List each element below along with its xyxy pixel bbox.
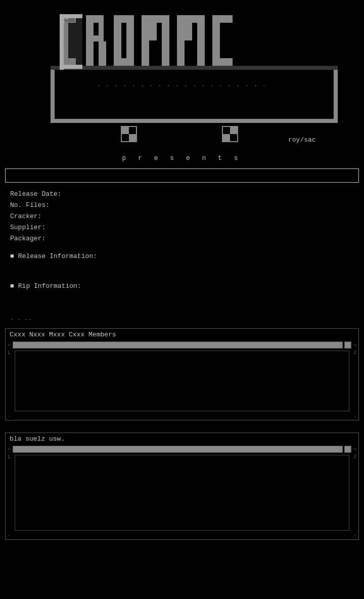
svg-rect-2 — [51, 119, 338, 123]
no-files-field: No. Files: — [10, 200, 354, 211]
svg-rect-32 — [121, 126, 129, 134]
greets-scrollbar[interactable] — [13, 446, 343, 453]
members-scrollbar-row: ⌐ ¬ — [6, 340, 358, 350]
members-panel-bottom: - - — [6, 412, 358, 420]
logo-svg: . . . . . . . . . . . . . . . . . . . . … — [20, 5, 344, 152]
greets-panel: bla suelz usw. ⌐ ¬ L J - - — [5, 433, 359, 540]
gap4 — [0, 302, 364, 308]
svg-rect-43 — [60, 14, 64, 70]
release-info-label: Release Information: — [18, 252, 97, 260]
corner-br-1: J — [353, 350, 356, 356]
rip-info-label: Rip Information: — [18, 282, 81, 290]
corner-tl-1: ⌐ — [8, 342, 11, 348]
members-scrollbar-corner — [344, 341, 351, 349]
members-panel: Cxxx Nxxx Mxxx Cxxx Members ⌐ ¬ L J - - — [5, 328, 359, 420]
svg-rect-11 — [86, 35, 104, 41]
supplier-field: Supplier: — [10, 222, 354, 233]
cracker-field: Cracker: — [10, 211, 354, 222]
corner-br-2: J — [353, 454, 356, 460]
svg-text:roy/sac: roy/sac — [288, 136, 316, 144]
greets-panel-header: bla suelz usw. — [6, 433, 358, 445]
corner-bl-2: L — [8, 454, 11, 460]
svg-rect-12 — [99, 41, 106, 66]
greets-panel-inner — [15, 455, 350, 531]
svg-rect-0 — [51, 66, 55, 121]
corner-tl-2: ⌐ — [8, 446, 11, 452]
svg-rect-24 — [185, 23, 192, 40]
svg-rect-16 — [114, 58, 134, 66]
corner-bl-1: L — [8, 350, 11, 356]
greets-bottom-right: - — [353, 533, 356, 538]
svg-text:. . . . . . . . . . . . . . . : . . . . . . . . . . . . . . . . . . . . — [97, 81, 266, 88]
bottom-right-corner: - — [353, 413, 356, 419]
logo-area: . . . . . . . . . . . . . . . . . . . . … — [0, 0, 364, 168]
svg-rect-1 — [334, 66, 338, 121]
rip-info-section: ■ Rip Information: — [0, 278, 364, 296]
gap5 — [0, 308, 364, 314]
svg-rect-19 — [162, 15, 169, 66]
greets-scrollbar-corner — [344, 446, 351, 453]
page: . . . . . . . . . . . . . . . . . . . . … — [0, 0, 364, 553]
gap1 — [0, 266, 364, 272]
svg-rect-3 — [51, 66, 338, 70]
gap2 — [0, 272, 364, 278]
corner-tr-1: ¬ — [353, 342, 356, 348]
release-info-section: ■ Release Information: — [0, 248, 364, 266]
svg-rect-27 — [212, 58, 233, 66]
bullet-icon-release: ■ — [10, 252, 14, 260]
info-section: Release Date: No. Files: Cracker: Suppli… — [0, 183, 364, 248]
packager-field: Packager: — [10, 233, 354, 244]
title-bar — [5, 168, 359, 183]
bullet-icon-rip: ■ — [10, 282, 14, 290]
gap6 — [0, 423, 364, 430]
svg-rect-35 — [230, 126, 238, 134]
release-info-item: ■ Release Information: — [10, 252, 354, 260]
bottom-left-corner: - — [8, 413, 11, 419]
members-scrollbar[interactable] — [13, 341, 343, 349]
greets-scrollbar-row: ⌐ ¬ — [6, 445, 358, 454]
svg-rect-33 — [129, 134, 136, 142]
rip-info-item: ■ Rip Information: — [10, 282, 354, 290]
separator: - - -- — [0, 314, 364, 325]
members-panel-inner — [15, 351, 350, 411]
corner-tr-2: ¬ — [353, 446, 356, 452]
svg-rect-23 — [197, 15, 205, 66]
greets-panel-bottom: - - — [6, 532, 358, 539]
svg-rect-20 — [149, 23, 157, 40]
greets-bottom-left: - — [8, 533, 11, 538]
members-panel-header: Cxxx Nxxx Mxxx Cxxx Members — [6, 329, 358, 340]
presents-text: p r e s e n t s — [122, 154, 242, 162]
svg-rect-36 — [222, 134, 230, 142]
gap3 — [0, 296, 364, 302]
release-date-field: Release Date: — [10, 189, 354, 200]
